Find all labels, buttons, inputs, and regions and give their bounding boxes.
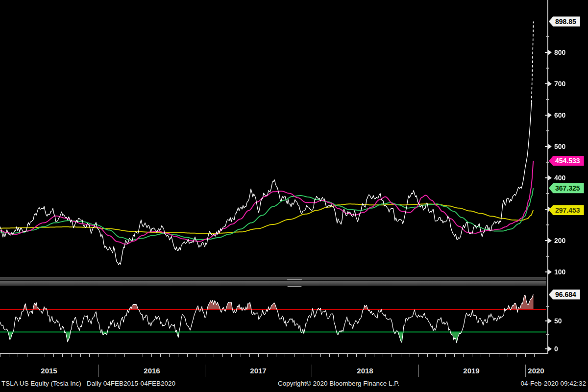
time-axis-tick xyxy=(365,354,366,357)
time-axis-line[interactable] xyxy=(0,353,548,354)
year-separator xyxy=(98,365,98,377)
time-axis-tick xyxy=(18,354,18,357)
time-axis-tick xyxy=(499,354,499,357)
time-axis-tick xyxy=(534,354,535,357)
copyright-text: Copyright© 2020 Bloomberg Finance L.P. xyxy=(278,377,399,390)
year-label: 2020 xyxy=(528,367,544,375)
time-axis-tick xyxy=(45,354,45,357)
time-axis-tick xyxy=(427,354,428,357)
time-axis-tick xyxy=(410,354,410,357)
axis-tick xyxy=(546,256,549,257)
time-axis-tick xyxy=(320,354,321,357)
y-tick-label: 200 xyxy=(554,237,565,245)
time-axis-tick xyxy=(160,354,161,357)
tick-arrow-icon xyxy=(548,50,552,55)
time-axis-tick xyxy=(508,354,508,357)
time-axis-tick xyxy=(0,354,0,357)
tick-arrow-icon xyxy=(548,175,552,180)
time-axis-tick xyxy=(436,354,437,357)
axis-tick xyxy=(546,193,549,194)
time-axis-tick xyxy=(294,354,294,357)
time-axis-tick xyxy=(196,354,196,357)
time-axis-tick xyxy=(463,354,464,357)
rsi-chart-canvas[interactable] xyxy=(0,287,546,354)
splitter-bar[interactable] xyxy=(0,280,546,286)
time-axis-tick xyxy=(374,354,374,357)
time-axis-tick xyxy=(418,354,419,357)
time-axis-tick xyxy=(187,354,188,357)
security-description: TSLA US Equity (Tesla Inc) Daily 04FEB20… xyxy=(1,377,175,390)
y-tick-label: 500 xyxy=(554,143,565,150)
time-axis-tick xyxy=(178,354,178,357)
panel-splitter[interactable] xyxy=(0,276,546,287)
time-axis-tick xyxy=(329,354,330,357)
tick-arrow-icon xyxy=(548,270,552,274)
time-axis-tick xyxy=(71,354,72,357)
time-axis-tick xyxy=(231,354,232,357)
y-tick-label: 700 xyxy=(554,80,565,88)
y-tick-label: 400 xyxy=(554,174,565,182)
time-axis-tick xyxy=(490,354,490,357)
time-axis-tick xyxy=(472,354,472,357)
time-axis-tick xyxy=(124,354,125,357)
time-axis-tick xyxy=(401,354,401,357)
time-axis-tick xyxy=(134,354,134,357)
tick-arrow-icon xyxy=(548,144,552,149)
status-bar: TSLA US Equity (Tesla Inc) Daily 04FEB20… xyxy=(0,377,588,392)
time-axis-tick xyxy=(347,354,348,357)
timestamp: 04-Feb-2020 09:42:32 xyxy=(520,377,586,390)
splitter-bar[interactable] xyxy=(0,277,546,280)
time-axis-tick xyxy=(454,354,455,357)
time-axis-tick xyxy=(27,354,27,357)
time-axis-tick xyxy=(276,354,276,357)
time-axis-tick xyxy=(116,354,116,357)
time-axis-tick xyxy=(9,354,9,357)
axis-tick xyxy=(546,306,549,307)
ma-mid-badge: 367.325 xyxy=(549,183,584,194)
axis-tick xyxy=(546,36,549,37)
time-axis-tick xyxy=(525,354,526,357)
time-axis-tick xyxy=(312,354,312,357)
tick-arrow-icon xyxy=(548,346,552,351)
time-axis-tick xyxy=(516,354,517,357)
time-axis-tick xyxy=(80,354,81,357)
y-tick-label: 800 xyxy=(554,49,565,56)
axis-tick xyxy=(546,99,549,100)
year-separator xyxy=(205,365,205,377)
time-axis-tick xyxy=(214,354,214,357)
time-axis-tick xyxy=(356,354,357,357)
y-tick-label: 50 xyxy=(554,317,562,325)
time-axis-tick xyxy=(241,354,241,357)
tick-arrow-icon xyxy=(548,238,552,243)
y-tick-label: 0 xyxy=(554,345,558,353)
time-axis-tick xyxy=(267,354,268,357)
time-axis-tick xyxy=(258,354,259,357)
time-axis-tick xyxy=(445,354,446,357)
year-separator xyxy=(525,365,526,377)
time-axis-tick xyxy=(205,354,205,357)
ma-slow-badge: 297.453 xyxy=(549,205,584,215)
axis-tick xyxy=(546,334,549,335)
axis-tick xyxy=(546,130,549,131)
year-label: 2019 xyxy=(463,367,479,375)
time-axis-tick xyxy=(89,354,90,357)
time-axis-tick xyxy=(98,354,98,357)
tick-arrow-icon xyxy=(548,318,552,323)
time-axis-tick xyxy=(249,354,250,357)
tick-arrow-icon xyxy=(548,81,552,86)
time-axis-tick xyxy=(107,354,107,357)
time-axis-tick xyxy=(481,354,481,357)
time-axis-tick xyxy=(62,354,63,357)
axis-tick xyxy=(546,224,549,225)
year-label: 2016 xyxy=(144,367,160,375)
time-axis-tick xyxy=(151,354,152,357)
time-axis-tick xyxy=(338,354,339,357)
time-axis-tick xyxy=(392,354,392,357)
time-axis-tick xyxy=(36,354,36,357)
y-tick-label: 600 xyxy=(554,111,565,119)
price-chart-canvas[interactable] xyxy=(0,0,546,276)
year-label: 2015 xyxy=(41,367,57,375)
tick-arrow-icon xyxy=(548,113,552,118)
year-separator xyxy=(312,365,312,377)
year-label: 2017 xyxy=(250,367,266,375)
